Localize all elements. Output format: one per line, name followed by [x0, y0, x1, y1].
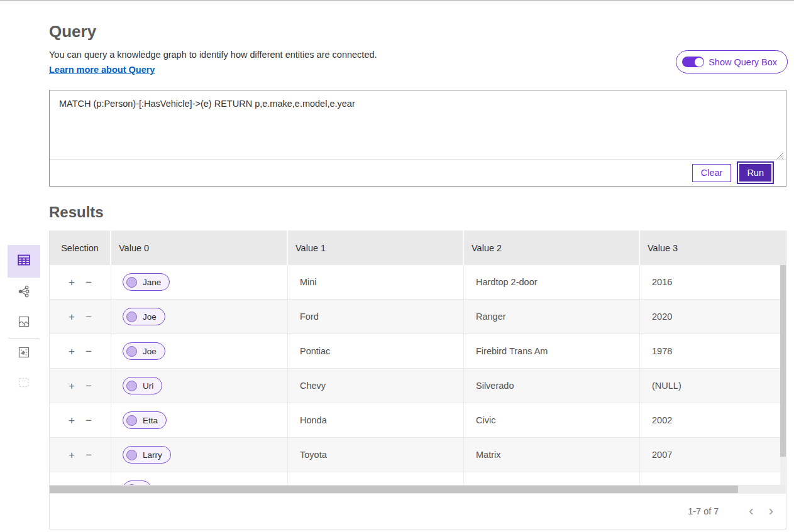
map-icon	[16, 314, 31, 332]
run-button[interactable]: Run	[739, 164, 771, 182]
entity-node-icon	[126, 381, 137, 391]
entity-name: Etta	[143, 416, 158, 425]
add-to-selection-button[interactable]: +	[69, 415, 75, 426]
tool-selection	[8, 369, 40, 399]
remove-from-selection-button[interactable]: −	[85, 277, 92, 288]
value3-cell: (NULL)	[640, 369, 786, 403]
next-page-button[interactable]: ›	[765, 504, 777, 518]
table-row: + − Larry Toyota Matrix 2007	[50, 438, 786, 472]
add-to-selection-button[interactable]: +	[69, 381, 75, 391]
query-input[interactable]: MATCH (p:Person)-[:HasVehicle]->(e) RETU…	[50, 90, 786, 160]
entity-name: Joe	[143, 347, 157, 356]
table-row: + − Etta Honda Civic 2002	[50, 403, 786, 438]
entity-chip[interactable]: Joe	[123, 342, 165, 360]
selection-cell: + −	[50, 438, 111, 472]
value3-cell	[640, 472, 786, 485]
table-grid-icon	[16, 252, 32, 271]
remove-from-selection-button[interactable]: −	[85, 346, 92, 357]
selection-cell: + −	[50, 369, 111, 403]
run-button-focus-ring: Run	[737, 161, 774, 184]
value1-cell: Chevy	[288, 369, 464, 403]
entity-chip[interactable]: Uri	[123, 377, 162, 394]
vertical-scrollbar-thumb[interactable]	[780, 265, 786, 457]
horizontal-scrollbar[interactable]	[50, 485, 786, 494]
value1-cell: Honda	[288, 403, 464, 437]
clear-button[interactable]: Clear	[692, 164, 732, 182]
entity-chip[interactable]: Etta	[123, 411, 167, 429]
value2-cell: Matrix	[464, 438, 640, 472]
value2-cell	[464, 472, 640, 485]
entity-chip[interactable]: Larry	[123, 446, 171, 464]
selection-cell: + −	[50, 334, 111, 368]
toggle-switch-icon[interactable]	[682, 57, 704, 67]
add-to-map-icon	[16, 345, 31, 362]
value2-cell: Silverado	[464, 369, 640, 403]
selection-cell: + −	[50, 265, 111, 299]
table-row: + − Jane Mini Hardtop 2-door 2016	[50, 265, 786, 300]
pagination-range: 1-7 of 7	[688, 506, 719, 516]
entity-cell: Jane	[111, 265, 288, 299]
value1-cell: Pontiac	[288, 334, 464, 368]
selection-cell: + −	[50, 300, 111, 334]
tool-map-view[interactable]	[8, 308, 40, 338]
horizontal-scrollbar-thumb[interactable]	[50, 486, 738, 493]
show-query-box-toggle[interactable]: Show Query Box	[676, 50, 788, 73]
dashed-square-icon	[16, 375, 31, 393]
add-to-selection-button[interactable]: +	[69, 346, 75, 357]
toggle-knob	[695, 58, 703, 67]
value2-cell: Ranger	[464, 300, 640, 334]
value3-cell: 2020	[640, 300, 786, 334]
table-footer: 1-7 of 7 ‹ ›	[50, 494, 786, 529]
value1-cell: Ford	[288, 300, 464, 334]
value2-cell: Hardtop 2-door	[464, 265, 640, 299]
table-row: + − Joe Pontiac Firebird Trans Am 1978	[50, 334, 786, 369]
column-header-selection: Selection	[50, 231, 111, 265]
entity-cell: Joe	[111, 300, 288, 334]
remove-from-selection-button[interactable]: −	[85, 450, 92, 460]
query-box: MATCH (p:Person)-[:HasVehicle]->(e) RETU…	[49, 90, 786, 187]
entity-name: Joe	[143, 312, 157, 322]
vertical-scrollbar[interactable]	[780, 265, 786, 485]
results-table: Selection Value 0 Value 1 Value 2 Value …	[49, 231, 786, 529]
value1-cell: Mini	[288, 265, 464, 299]
value3-cell: 1978	[640, 334, 786, 368]
resize-grip-icon[interactable]	[776, 151, 784, 158]
value2-cell: Civic	[464, 403, 640, 437]
remove-from-selection-button[interactable]: −	[85, 312, 92, 322]
entity-chip[interactable]	[123, 480, 152, 485]
entity-name: Larry	[143, 450, 162, 460]
entity-node-icon	[126, 415, 137, 426]
table-row: + − Joe Ford Ranger 2020	[50, 300, 786, 334]
entity-node-icon	[126, 312, 137, 322]
remove-from-selection-button[interactable]: −	[85, 415, 92, 426]
entity-chip[interactable]: Joe	[123, 308, 165, 325]
results-title: Results	[49, 204, 104, 221]
column-header-value2: Value 2	[464, 231, 640, 265]
tool-link-chart-view[interactable]	[8, 278, 40, 308]
table-header-row: Selection Value 0 Value 1 Value 2 Value …	[50, 231, 786, 265]
add-to-selection-button[interactable]: +	[69, 312, 75, 322]
tool-add-to-map[interactable]	[8, 339, 40, 369]
remove-from-selection-button[interactable]: −	[85, 381, 92, 391]
value3-cell: 2007	[640, 438, 786, 472]
learn-more-link[interactable]: Learn more about Query	[49, 65, 155, 75]
entity-chip[interactable]: Jane	[123, 273, 170, 291]
entity-node-icon	[126, 277, 137, 288]
add-to-selection-button[interactable]: +	[69, 450, 75, 460]
entity-node-icon	[126, 346, 137, 357]
link-chart-icon	[16, 284, 31, 301]
entity-cell	[111, 472, 288, 485]
query-description: You can query a knowledge graph to ident…	[49, 50, 377, 60]
add-to-selection-button[interactable]: +	[69, 277, 75, 288]
toggle-label: Show Query Box	[709, 57, 777, 67]
entity-name: Uri	[143, 381, 153, 391]
table-body: + − Jane Mini Hardtop 2-door 2016 + −	[50, 265, 786, 485]
column-header-value0: Value 0	[111, 231, 288, 265]
previous-page-button[interactable]: ‹	[745, 504, 757, 518]
page-title: Query	[49, 22, 96, 41]
column-header-value1: Value 1	[288, 231, 464, 265]
entity-cell: Uri	[111, 369, 288, 403]
value3-cell: 2002	[640, 403, 786, 437]
tool-table-view[interactable]	[8, 245, 40, 278]
query-actions: Clear Run	[50, 160, 786, 186]
